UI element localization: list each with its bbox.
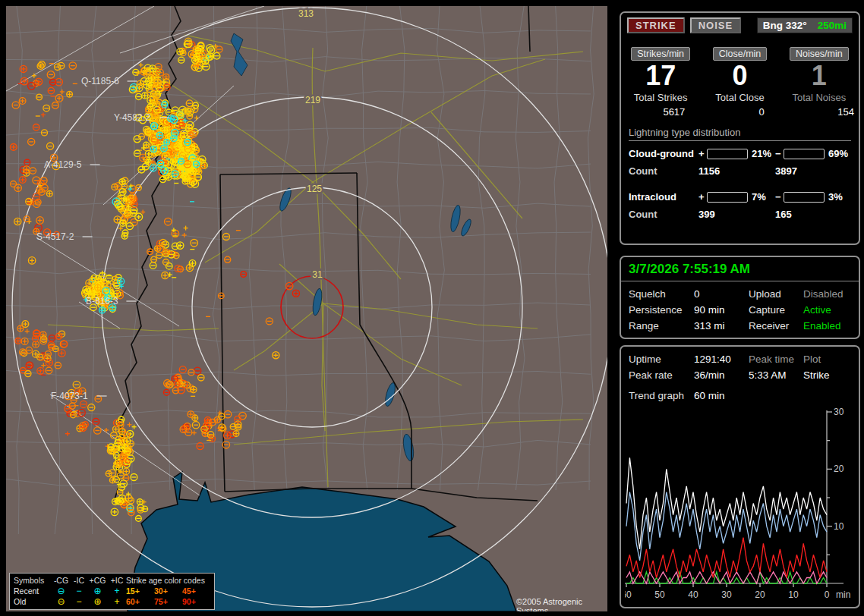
noises-per-min-value: 1 <box>780 61 859 91</box>
svg-text:31: 31 <box>312 269 323 280</box>
close-rate-column: Close/min 0 Total Close 0 <box>700 46 779 118</box>
storm-cell-label: Y-4582-2 <box>114 112 151 123</box>
legend-row-old-label: Old <box>14 596 52 607</box>
strike-button[interactable]: STRIKE <box>627 17 685 33</box>
legend-col-cg-plus: +CG <box>87 575 108 586</box>
app-window: 31321912531Q-1185-6Y-4582-2A-4129-5S-451… <box>0 0 864 616</box>
cg-plus-old-icon: ⊕ <box>87 596 108 607</box>
legend-symbols-header: Symbols <box>14 575 52 586</box>
svg-text:0: 0 <box>825 589 830 600</box>
trend-panel: Uptime 1291:40 Peak time Plot Peak rate … <box>620 345 860 608</box>
peak-time-value: 5:33 AM <box>749 369 803 381</box>
age-60-label: 60+ <box>126 596 154 607</box>
svg-text:20: 20 <box>834 464 844 474</box>
peak-rate-label: Peak rate <box>629 369 694 381</box>
ic-count-label: Count <box>629 209 698 220</box>
datetime-display: 3/7/2026 7:55:19 AM <box>621 257 859 281</box>
legend-row-recent-label: Recent <box>14 586 52 596</box>
ic-plus-recent-icon: + <box>108 586 126 596</box>
strikes-per-min-label: Strikes/min <box>631 47 690 61</box>
legend-col-ic-minus: -IC <box>71 575 87 586</box>
age-15-label: 15+ <box>126 586 154 596</box>
cg-plus-count: 1156 <box>698 165 775 177</box>
trend-graph-label: Trend graph <box>629 390 694 401</box>
total-noises-value: 154 <box>780 106 859 118</box>
range-value: 250mi <box>818 20 847 31</box>
close-per-min-label: Close/min <box>713 47 768 61</box>
cg-minus-old-icon: ⊖ <box>52 596 71 607</box>
cg-plus-recent-icon: ⊕ <box>87 586 108 596</box>
total-close-value: 0 <box>700 106 779 118</box>
strikes-rate-column: Strikes/min 17 Total Strikes 5617 <box>621 46 700 118</box>
intracloud-label: Intracloud <box>629 191 698 203</box>
svg-text:219: 219 <box>305 95 320 105</box>
cg-plus-bar <box>707 149 748 159</box>
age-75-label: 75+ <box>154 596 182 607</box>
svg-text:30: 30 <box>834 407 844 417</box>
cg-plus-pct: 21% <box>748 148 775 159</box>
status-panel: 3/7/2026 7:55:19 AM Squelch 0 Upload Dis… <box>620 256 860 339</box>
peak-rate-value: 36/min <box>694 369 749 381</box>
svg-text:125: 125 <box>307 184 322 194</box>
storm-cell-label: A-4129-5 <box>44 159 82 170</box>
receiver-status: Enabled <box>803 320 851 332</box>
storm-cell-label: B-816-3 <box>86 296 118 306</box>
copyright-text: ©2005 Astrogenic Systems <box>516 597 607 611</box>
ic-minus-pct: 3% <box>825 191 851 203</box>
persistence-value: 90 min <box>694 304 749 316</box>
cg-count-label: Count <box>629 165 698 177</box>
lightning-map[interactable]: 31321912531Q-1185-6Y-4582-2A-4129-5S-451… <box>6 6 607 611</box>
svg-text:10: 10 <box>834 521 844 532</box>
squelch-label: Squelch <box>629 288 694 300</box>
cloud-ground-label: Cloud-ground <box>629 148 698 159</box>
svg-text:60: 60 <box>625 589 632 600</box>
map-canvas[interactable]: 31321912531Q-1185-6Y-4582-2A-4129-5S-451… <box>6 6 607 611</box>
storm-cell-label: S-4517-2 <box>36 231 74 242</box>
plot-label: Plot <box>803 354 851 365</box>
ic-minus-count: 165 <box>775 209 851 220</box>
noises-per-min-label: Noises/min <box>790 47 849 61</box>
ic-plus-bar <box>707 192 748 203</box>
rates-row: Strikes/min 17 Total Strikes 5617 Close/… <box>621 46 859 118</box>
storm-cell-label: Q-1185-6 <box>81 76 119 86</box>
svg-text:10: 10 <box>788 589 799 600</box>
lightning-distribution-section: Lightning type distribution Cloud-ground… <box>621 118 859 220</box>
age-90-label: 90+ <box>182 596 210 607</box>
total-close-label: Total Close <box>700 92 779 103</box>
bearing-value: Bng 332° <box>763 20 807 31</box>
capture-label: Capture <box>749 304 803 316</box>
cg-minus-recent-icon: ⊖ <box>52 586 71 596</box>
cg-minus-count: 3897 <box>775 165 851 177</box>
range-label: Range <box>629 320 694 332</box>
receiver-label: Receiver <box>749 320 803 332</box>
map-symbol-legend: Symbols -CG -IC +CG +IC Strike age color… <box>9 573 215 610</box>
peak-time-label: Peak time <box>749 354 803 365</box>
minus-sign: − <box>775 191 784 203</box>
persistence-label: Persistence <box>629 304 694 316</box>
svg-text:20: 20 <box>755 589 765 600</box>
ic-plus-pct: 7% <box>748 191 775 203</box>
noise-button[interactable]: NOISE <box>690 17 741 33</box>
svg-text:30: 30 <box>721 589 732 600</box>
plus-sign: + <box>698 148 707 159</box>
svg-text:50: 50 <box>654 589 665 600</box>
svg-text:min: min <box>836 589 850 600</box>
total-noises-label: Total Noises <box>780 92 859 103</box>
noises-rate-column: Noises/min 1 Total Noises 154 <box>780 46 859 118</box>
ic-plus-old-icon: + <box>108 596 126 607</box>
minus-sign: − <box>775 148 784 159</box>
strike-statistics-panel: STRIKE NOISE Bng 332° 250mi Strikes/min … <box>620 11 860 245</box>
trend-chart: 1020306050403020100min <box>625 407 856 605</box>
distribution-title: Lightning type distribution <box>629 127 851 141</box>
range-setting-value: 313 mi <box>694 320 749 332</box>
storm-cell-label: F-4073-1 <box>51 391 88 401</box>
squelch-value: 0 <box>694 288 749 300</box>
ic-minus-recent-icon: − <box>71 586 87 596</box>
total-strikes-label: Total Strikes <box>621 92 700 103</box>
age-30-label: 30+ <box>154 586 182 596</box>
uptime-value: 1291:40 <box>694 354 749 365</box>
ic-minus-bar <box>784 192 825 203</box>
trend-graph-value: 60 min <box>694 390 749 401</box>
close-per-min-value: 0 <box>700 61 779 91</box>
upload-label: Upload <box>749 288 803 300</box>
